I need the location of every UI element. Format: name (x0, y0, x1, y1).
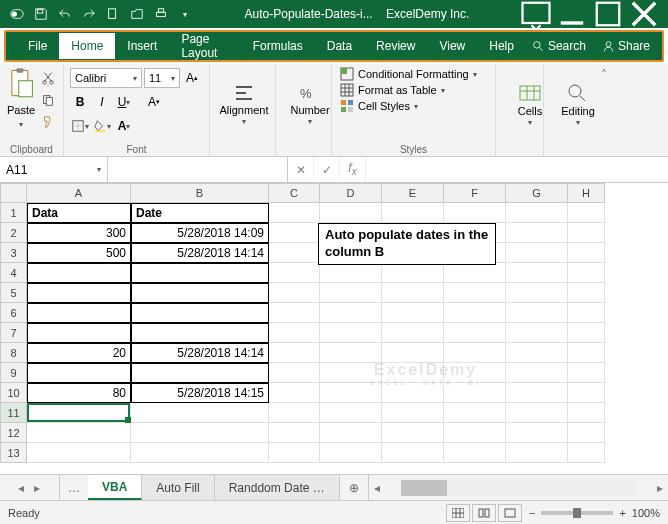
normal-view-icon[interactable] (446, 504, 470, 522)
cell[interactable] (27, 403, 131, 423)
cell[interactable]: 20 (27, 343, 131, 363)
conditional-formatting-button[interactable]: Conditional Formatting ▾ (338, 67, 489, 81)
name-box[interactable]: A11 ▾ (0, 157, 108, 182)
cell[interactable] (382, 283, 444, 303)
cell[interactable] (568, 223, 605, 243)
cell[interactable]: Data (27, 203, 131, 223)
cell[interactable]: 5/28/2018 14:09 (131, 223, 269, 243)
cell[interactable] (444, 403, 506, 423)
cell[interactable] (27, 323, 131, 343)
underline-button[interactable]: U▾ (114, 91, 134, 113)
print-icon[interactable] (150, 3, 172, 25)
font-size-select[interactable]: 11▾ (144, 68, 180, 88)
new-icon[interactable] (102, 3, 124, 25)
tab-data[interactable]: Data (315, 33, 364, 59)
borders-button[interactable]: ▾ (70, 115, 90, 137)
cell[interactable] (506, 263, 568, 283)
find-icon[interactable] (566, 82, 590, 104)
worksheet-grid[interactable]: ABCDEFGH 12345678910111213 DataDate3005/… (0, 183, 668, 474)
close-icon[interactable] (626, 0, 662, 28)
cell[interactable] (382, 443, 444, 463)
column-header[interactable]: A (27, 183, 131, 203)
cell[interactable] (444, 203, 506, 223)
cell[interactable] (568, 343, 605, 363)
page-break-view-icon[interactable] (498, 504, 522, 522)
cell[interactable] (269, 403, 320, 423)
column-header[interactable]: F (444, 183, 506, 203)
row-header[interactable]: 4 (0, 263, 27, 283)
alignment-icon[interactable] (232, 83, 256, 103)
cell[interactable] (568, 363, 605, 383)
zoom-in-icon[interactable]: + (619, 507, 625, 519)
cell[interactable] (269, 243, 320, 263)
cell[interactable]: 300 (27, 223, 131, 243)
cell[interactable] (444, 343, 506, 363)
italic-button[interactable]: I (92, 91, 112, 113)
tab-file[interactable]: File (16, 33, 59, 59)
column-header[interactable]: B (131, 183, 269, 203)
undo-icon[interactable] (54, 3, 76, 25)
cell[interactable] (269, 383, 320, 403)
cell[interactable] (320, 303, 382, 323)
font-color-button[interactable]: A▾ (114, 115, 134, 137)
cell[interactable] (568, 303, 605, 323)
cell[interactable] (568, 403, 605, 423)
row-header[interactable]: 1 (0, 203, 27, 223)
row-header[interactable]: 9 (0, 363, 27, 383)
row-header[interactable]: 10 (0, 383, 27, 403)
sheet-nav[interactable]: ◂ ▸ (0, 475, 60, 500)
cell[interactable] (269, 303, 320, 323)
zoom-control[interactable]: − + 100% (529, 507, 660, 519)
cell[interactable] (444, 423, 506, 443)
column-header[interactable]: H (568, 183, 605, 203)
cell[interactable] (131, 303, 269, 323)
cell[interactable] (506, 283, 568, 303)
sheet-tab-vba[interactable]: VBA (88, 475, 142, 500)
cell[interactable] (131, 263, 269, 283)
cell[interactable] (444, 283, 506, 303)
open-icon[interactable] (126, 3, 148, 25)
cell[interactable] (269, 223, 320, 243)
tab-formulas[interactable]: Formulas (241, 33, 315, 59)
sheet-tab-autofill[interactable]: Auto Fill (142, 475, 214, 500)
cell[interactable] (444, 383, 506, 403)
maximize-icon[interactable] (590, 0, 626, 28)
cell[interactable] (382, 263, 444, 283)
cell[interactable] (568, 443, 605, 463)
cell[interactable] (27, 263, 131, 283)
cell[interactable] (320, 263, 382, 283)
cell[interactable] (444, 443, 506, 463)
cell[interactable] (269, 423, 320, 443)
row-header[interactable]: 8 (0, 343, 27, 363)
cell[interactable]: 5/28/2018 14:14 (131, 343, 269, 363)
bold-button[interactable]: B (70, 91, 90, 113)
redo-icon[interactable] (78, 3, 100, 25)
cell[interactable] (382, 323, 444, 343)
cell[interactable]: 5/28/2018 14:14 (131, 243, 269, 263)
cell[interactable] (27, 363, 131, 383)
cell[interactable] (382, 423, 444, 443)
cell[interactable] (506, 343, 568, 363)
cell[interactable] (506, 243, 568, 263)
cell[interactable] (269, 443, 320, 463)
format-as-table-button[interactable]: Format as Table ▾ (338, 83, 489, 97)
qat-more-icon[interactable]: ▾ (174, 3, 196, 25)
minimize-icon[interactable] (554, 0, 590, 28)
cell[interactable] (320, 323, 382, 343)
percent-icon[interactable]: % (298, 83, 322, 103)
column-header[interactable]: C (269, 183, 320, 203)
paste-button[interactable]: Paste ▾ (6, 67, 36, 130)
cell[interactable] (269, 343, 320, 363)
cell[interactable] (568, 323, 605, 343)
cell[interactable] (27, 283, 131, 303)
cell[interactable] (131, 363, 269, 383)
cell[interactable] (382, 303, 444, 323)
cell[interactable] (269, 263, 320, 283)
cell[interactable] (382, 383, 444, 403)
cut-icon[interactable] (38, 67, 58, 89)
sheet-tab-random[interactable]: Randdom Date … (215, 475, 340, 500)
cell[interactable] (444, 323, 506, 343)
cell[interactable] (269, 323, 320, 343)
cell[interactable] (131, 323, 269, 343)
cell[interactable] (27, 443, 131, 463)
